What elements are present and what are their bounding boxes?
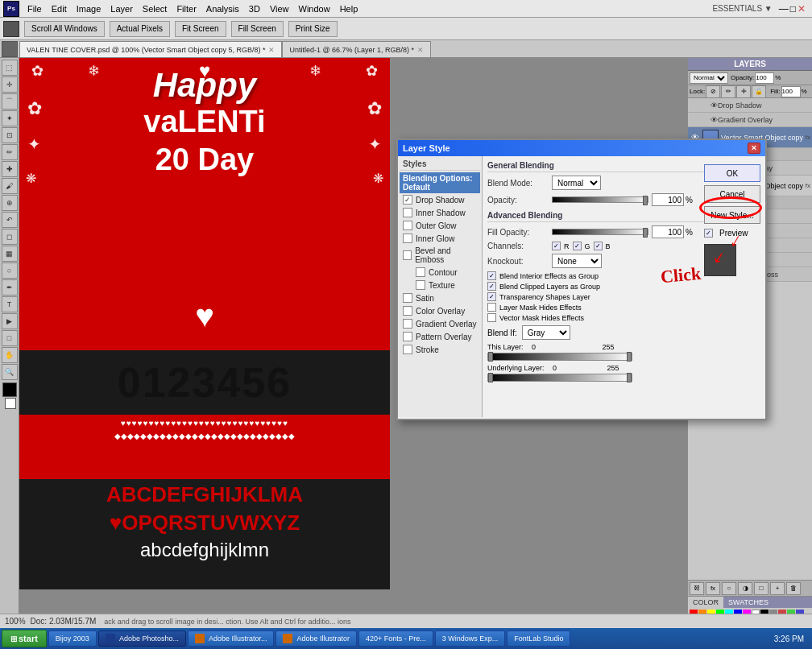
taskbar-illustrator-1[interactable]: Adobe Illustrator... <box>188 630 275 647</box>
menu-image[interactable]: Image <box>72 2 106 15</box>
inner-glow-checkbox[interactable] <box>403 234 412 243</box>
lasso-tool[interactable]: ⌒ <box>2 93 18 110</box>
eraser-tool[interactable]: ◻ <box>2 229 18 245</box>
gradient-tool[interactable]: ▦ <box>2 246 18 262</box>
layer-blend-select[interactable]: Normal <box>690 72 728 84</box>
menu-file[interactable]: File <box>23 2 47 15</box>
opacity-quick-input[interactable] <box>755 72 774 84</box>
color-tab[interactable]: COLOR <box>688 597 723 608</box>
layer-effect-gradient-overlay-1[interactable]: 👁 Gradient Overlay <box>688 113 812 127</box>
channel-b-checkbox[interactable] <box>594 242 603 250</box>
new-layer-btn[interactable]: + <box>770 582 785 595</box>
start-button[interactable]: ⊞ start <box>2 630 47 647</box>
fit-screen-btn[interactable]: Fit Screen <box>175 21 226 37</box>
style-satin[interactable]: Satin <box>400 291 480 304</box>
taskbar-explorer[interactable]: 3 Windows Exp... <box>435 630 506 647</box>
taskbar-fontlab[interactable]: FontLab Studio <box>507 630 570 647</box>
blend-if-select[interactable]: Gray Red Green Blue <box>522 325 570 340</box>
menu-view[interactable]: View <box>265 2 294 15</box>
style-inner-shadow[interactable]: Inner Shadow <box>400 206 480 219</box>
print-size-btn[interactable]: Print Size <box>288 21 338 37</box>
style-texture[interactable]: Texture <box>400 279 480 291</box>
scroll-all-windows-btn[interactable]: Scroll All Windows <box>24 21 105 37</box>
fill-input[interactable] <box>781 86 801 97</box>
style-stroke[interactable]: Stroke <box>400 343 480 356</box>
style-inner-glow[interactable]: Inner Glow <box>400 232 480 245</box>
fill-opacity-thumb[interactable] <box>643 228 648 238</box>
lock-transparent-btn[interactable]: ⊘ <box>706 85 720 98</box>
color-overlay-checkbox[interactable] <box>403 306 412 316</box>
drop-shadow-checkbox[interactable] <box>403 195 412 205</box>
clone-tool[interactable]: ⊕ <box>2 195 18 211</box>
close-btn[interactable]: ✕ <box>798 3 806 14</box>
menu-edit[interactable]: Edit <box>47 2 72 15</box>
channel-r-checkbox[interactable] <box>552 242 561 250</box>
style-pattern-overlay[interactable]: Pattern Overlay <box>400 330 480 343</box>
bevel-emboss-checkbox[interactable] <box>403 250 412 260</box>
menu-filter[interactable]: Filter <box>172 2 201 15</box>
tab-main[interactable]: VALEN TINE COVER.psd @ 100% (Vector Smar… <box>19 41 282 57</box>
taskbar-fonts[interactable]: 420+ Fonts - Pre... <box>358 630 433 647</box>
marquee-tool[interactable]: ⬚ <box>2 60 18 76</box>
channel-g-checkbox[interactable] <box>573 242 582 250</box>
menu-analysis[interactable]: Analysis <box>201 2 244 15</box>
outer-glow-checkbox[interactable] <box>403 221 412 230</box>
cancel-button[interactable]: Cancel <box>704 185 760 203</box>
lock-image-btn[interactable]: ✏ <box>721 85 735 98</box>
this-layer-slider[interactable] <box>487 353 632 361</box>
preview-checkbox[interactable] <box>704 229 713 238</box>
fill-opacity-slider[interactable] <box>552 229 648 235</box>
taskbar-illustrator-2[interactable]: Adobe Illustrator <box>276 630 357 647</box>
knockout-select[interactable]: None Shallow Deep <box>552 254 602 268</box>
tab-secondary[interactable]: Untitled-1 @ 66.7% (Layer 1, RGB/8) * ✕ <box>282 41 431 57</box>
tab-secondary-close[interactable]: ✕ <box>417 46 424 54</box>
this-layer-thumb-right[interactable] <box>627 352 632 362</box>
tab-scroll-left[interactable] <box>2 41 18 57</box>
foreground-color[interactable] <box>2 382 17 397</box>
layer-styles-btn[interactable]: fx <box>706 582 720 595</box>
ok-button[interactable]: OK <box>704 164 760 182</box>
layer-mask-checkbox[interactable] <box>487 303 496 312</box>
taskbar-photoshop[interactable]: Adobe Photosho... <box>98 630 186 647</box>
menu-layer[interactable]: Layer <box>106 2 138 15</box>
style-bevel-emboss[interactable]: Bevel and Emboss <box>400 245 480 266</box>
menu-select[interactable]: Select <box>138 2 172 15</box>
history-tool[interactable]: ↶ <box>2 212 18 228</box>
eyedropper-tool[interactable]: ✏ <box>2 144 18 160</box>
tab-main-close[interactable]: ✕ <box>268 46 275 54</box>
heal-tool[interactable]: ✚ <box>2 161 18 177</box>
layer-mask-btn[interactable]: ○ <box>722 582 736 595</box>
inner-shadow-checkbox[interactable] <box>403 208 412 217</box>
swatches-tab[interactable]: SWATCHES <box>723 597 773 608</box>
path-selection-tool[interactable]: ▶ <box>2 313 18 329</box>
blend-clipped-checkbox[interactable] <box>487 282 496 291</box>
text-tool[interactable]: T <box>2 296 18 312</box>
satin-checkbox[interactable] <box>403 293 412 303</box>
fill-opacity-input[interactable] <box>652 225 684 238</box>
style-contour[interactable]: Contour <box>400 266 480 279</box>
tool-icon[interactable] <box>3 21 19 37</box>
opacity-slider[interactable] <box>552 196 648 203</box>
actual-pixels-btn[interactable]: Actual Pixels <box>110 21 170 37</box>
stroke-checkbox[interactable] <box>403 345 412 354</box>
texture-checkbox[interactable] <box>416 280 425 290</box>
opacity-input[interactable] <box>652 193 684 206</box>
opacity-thumb[interactable] <box>643 196 648 205</box>
lock-position-btn[interactable]: ✛ <box>736 85 751 98</box>
zoom-tool[interactable]: 🔍 <box>2 364 18 380</box>
maximize-btn[interactable]: □ <box>790 3 796 14</box>
pen-tool[interactable]: ✒ <box>2 279 18 296</box>
minimize-btn[interactable]: — <box>779 3 789 14</box>
delete-layer-btn[interactable]: 🗑 <box>786 582 801 595</box>
hand-tool[interactable]: ✋ <box>2 347 18 363</box>
dialog-close-button[interactable]: ✕ <box>748 143 760 154</box>
blending-options-item[interactable]: Blending Options: Default <box>400 172 480 193</box>
contour-checkbox[interactable] <box>416 267 425 277</box>
pattern-overlay-checkbox[interactable] <box>403 332 412 341</box>
link-layers-btn[interactable]: ⛓ <box>690 582 704 595</box>
vector-mask-checkbox[interactable] <box>487 313 496 322</box>
style-drop-shadow[interactable]: Drop Shadow <box>400 193 480 206</box>
style-outer-glow[interactable]: Outer Glow <box>400 219 480 232</box>
menu-3d[interactable]: 3D <box>244 2 265 15</box>
blend-interior-checkbox[interactable] <box>487 271 496 280</box>
